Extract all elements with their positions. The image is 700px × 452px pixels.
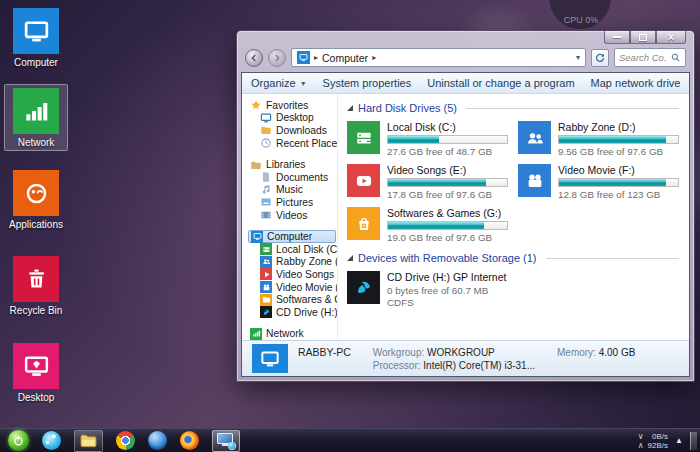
- sidebar-item-video-movie-f[interactable]: Video Movie (F:): [248, 281, 337, 294]
- sidebar-item-cd-drive-h[interactable]: CD Drive (H:) GP Int: [248, 306, 337, 319]
- sidebar-item-videos[interactable]: Videos: [248, 209, 337, 222]
- drive-name: Rabby Zone (D:): [558, 121, 679, 133]
- desktop-icon-label: Network: [18, 137, 55, 148]
- navigation-pane: Favorites Desktop Downloads Recent Place…: [242, 94, 338, 340]
- show-hidden-icons-button[interactable]: ▲: [675, 436, 683, 445]
- desktop-icon-network[interactable]: Network: [4, 84, 68, 151]
- group-header-rule: [466, 108, 679, 109]
- hard-disk-icon: [260, 243, 272, 255]
- collapse-triangle-icon: [347, 255, 353, 261]
- gem-monitor-icon: [13, 343, 59, 389]
- search-input[interactable]: Search Co...: [614, 48, 686, 67]
- drive-name: Softwares & Games (G:): [387, 207, 508, 219]
- cpu-gadget[interactable]: CPU 0%: [546, 0, 616, 30]
- hard-disk-icon: [347, 121, 380, 154]
- refresh-button[interactable]: [591, 49, 609, 67]
- sidebar-item-desktop[interactable]: Desktop: [248, 112, 337, 125]
- movie-camera-icon: [518, 164, 551, 197]
- sidebar-item-pictures[interactable]: Pictures: [248, 196, 337, 209]
- maximize-button[interactable]: [630, 31, 656, 44]
- group-header-rule: [546, 258, 679, 259]
- group-header-removable-storage[interactable]: Devices with Removable Storage (1): [347, 252, 679, 264]
- sidebar-item-libraries[interactable]: Libraries: [248, 158, 337, 171]
- network-bars-icon: [13, 88, 59, 134]
- sidebar-item-local-disk-c[interactable]: Local Disk (C:): [248, 243, 337, 256]
- sidebar-item-softwares-games-g[interactable]: Softwares & Games: [248, 293, 337, 306]
- taskbar-item-explorer[interactable]: [74, 430, 103, 452]
- window-client-area: Organize▼ System properties Uninstall or…: [241, 72, 690, 377]
- search-icon: [670, 52, 681, 63]
- items-view: Hard Disk Drives (5) Local Disk (C:) 27.…: [338, 94, 689, 340]
- start-button[interactable]: [8, 430, 29, 451]
- address-dropdown-icon[interactable]: ▾: [576, 53, 580, 62]
- drive-name: CD Drive (H:) GP Internet: [387, 271, 679, 283]
- uninstall-program-button[interactable]: Uninstall or change a program: [427, 77, 574, 89]
- map-network-drive-button[interactable]: Map network drive: [591, 77, 681, 89]
- breadcrumb-arrow-icon[interactable]: ▸: [372, 53, 376, 62]
- music-note-icon: [260, 184, 272, 196]
- close-button[interactable]: ×: [656, 31, 686, 44]
- desktop-icon-label: Recycle Bin: [10, 305, 63, 316]
- back-button[interactable]: [245, 49, 263, 67]
- drive-item-cd-drive-h[interactable]: CD Drive (H:) GP Internet 0 bytes free o…: [347, 271, 679, 309]
- search-placeholder: Search Co...: [619, 52, 667, 63]
- firefox-icon[interactable]: [180, 431, 199, 450]
- capacity-bar: [387, 221, 508, 230]
- desktop-icon-recycle-bin[interactable]: Recycle Bin: [4, 256, 68, 316]
- sidebar-item-network[interactable]: Network: [248, 328, 337, 341]
- window-titlebar[interactable]: ×: [241, 31, 690, 46]
- sidebar-item-documents[interactable]: Documents: [248, 171, 337, 184]
- system-tray: ∨0B/s ∧92B/s ▲: [638, 432, 697, 450]
- store-bag-icon: [347, 207, 380, 240]
- internet-globe-icon[interactable]: [148, 431, 167, 450]
- sidebar-item-computer[interactable]: Computer: [248, 230, 336, 243]
- drive-free-space: 12.8 GB free of 123 GB: [558, 189, 679, 200]
- breadcrumb[interactable]: Computer: [322, 52, 368, 64]
- drive-item-local-disk-c[interactable]: Local Disk (C:) 27.6 GB free of 48.7 GB: [347, 121, 508, 157]
- sidebar-item-music[interactable]: Music: [248, 184, 337, 197]
- sidebar-item-recent-places[interactable]: Recent Places: [248, 137, 337, 150]
- taskbar-item-network-window[interactable]: [212, 430, 240, 452]
- group-header-hard-disk-drives[interactable]: Hard Disk Drives (5): [347, 102, 679, 114]
- minimize-button[interactable]: [604, 31, 630, 44]
- sidebar-item-downloads[interactable]: Downloads: [248, 124, 337, 137]
- desktop-icon-computer[interactable]: Computer: [4, 8, 68, 68]
- chrome-icon[interactable]: [116, 431, 135, 450]
- desktop-icon-desktop[interactable]: Desktop: [4, 343, 68, 403]
- drive-item-rabby-zone-d[interactable]: Rabby Zone (D:) 9.56 GB free of 97.6 GB: [518, 121, 679, 157]
- folder-icon: [79, 431, 98, 450]
- toolbar-overflow-button[interactable]: »: [696, 77, 700, 89]
- cpu-gadget-label: CPU 0%: [546, 15, 616, 25]
- capacity-bar: [387, 135, 508, 144]
- sidebar-item-video-songs-e[interactable]: Video Songs (E:): [248, 268, 337, 281]
- drive-item-video-songs-e[interactable]: Video Songs (E:) 17.8 GB free of 97.6 GB: [347, 164, 508, 200]
- folder-icon: [250, 159, 262, 171]
- computer-mini-icon: [251, 231, 263, 243]
- address-field[interactable]: ▸ Computer ▸ ▾: [291, 48, 586, 67]
- film-icon: [260, 209, 272, 221]
- breadcrumb-arrow-icon[interactable]: ▸: [314, 53, 318, 62]
- people-icon: [518, 121, 551, 154]
- store-bag-icon: [260, 294, 272, 306]
- capacity-bar: [558, 178, 679, 187]
- forward-button[interactable]: [268, 49, 286, 67]
- drive-name: Video Songs (E:): [387, 164, 508, 176]
- desktop-icon-label: Computer: [14, 57, 58, 68]
- download-arrow-icon: ∨: [638, 432, 644, 441]
- desktop-icon-applications[interactable]: Applications: [4, 170, 68, 230]
- sidebar-item-rabby-zone-d[interactable]: Rabby Zone (D:): [248, 256, 337, 269]
- network-speed-indicator[interactable]: ∨0B/s ∧92B/s: [638, 432, 668, 450]
- computer-name: RABBY-PC: [298, 346, 351, 358]
- play-icon: [347, 164, 380, 197]
- system-properties-button[interactable]: System properties: [323, 77, 412, 89]
- shareit-icon[interactable]: [42, 431, 61, 450]
- sidebar-item-favorites[interactable]: Favorites: [248, 99, 337, 112]
- monitor-icon: [260, 112, 272, 124]
- drive-item-video-movie-f[interactable]: Video Movie (F:) 12.8 GB free of 123 GB: [518, 164, 679, 200]
- telenor-swirl-icon: [260, 306, 272, 318]
- organize-button[interactable]: Organize▼: [251, 77, 307, 89]
- star-icon: [250, 99, 262, 111]
- drive-item-softwares-games-g[interactable]: Softwares & Games (G:) 19.0 GB free of 9…: [347, 207, 508, 243]
- taskbar: ∨0B/s ∧92B/s ▲: [0, 428, 700, 452]
- show-desktop-button[interactable]: [690, 432, 697, 450]
